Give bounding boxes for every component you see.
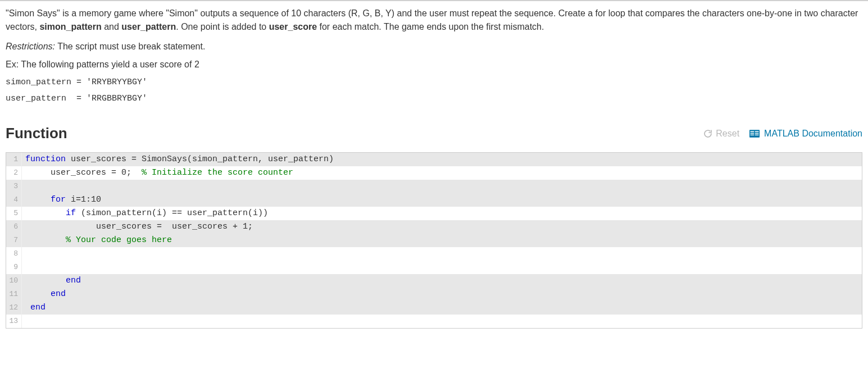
restrictions-label: Restrictions: <box>6 42 55 51</box>
problem-description: "Simon Says" is a memory game where "Sim… <box>6 7 862 34</box>
code-content[interactable] <box>22 261 862 274</box>
problem-text-part: . One point is added to <box>176 22 269 31</box>
restrictions-text: The script must use break statement. <box>55 42 205 51</box>
book-icon <box>749 130 760 138</box>
problem-bold-user-pattern: user_pattern <box>121 22 176 31</box>
code-line[interactable]: 6 user_scores = user_scores + 1; <box>6 220 862 234</box>
code-line[interactable]: 1function user_scores = SimonSays(simon_… <box>6 153 862 166</box>
code-content[interactable] <box>22 180 862 193</box>
code-content[interactable]: user_scores = user_scores + 1; <box>22 220 862 234</box>
code-line[interactable]: 10 end <box>6 274 862 288</box>
section-actions: Reset MATLAB Documentation <box>703 129 862 139</box>
line-number: 5 <box>6 207 22 220</box>
example-user-pattern: user_pattern = 'RRGBBRYBGY' <box>6 94 862 103</box>
line-number: 12 <box>6 301 22 315</box>
code-line[interactable]: 11 end <box>6 288 862 301</box>
reset-button[interactable]: Reset <box>703 129 739 139</box>
svg-rect-1 <box>751 131 755 132</box>
example-simon-pattern: simon_pattern = 'RRYBRYYBGY' <box>6 78 862 87</box>
problem-container: "Simon Says" is a memory game where "Sim… <box>0 0 868 332</box>
code-line[interactable]: 2 user_scores = 0; % Initialize the scor… <box>6 166 862 180</box>
svg-rect-5 <box>751 134 755 135</box>
code-content[interactable] <box>22 247 862 261</box>
line-number: 7 <box>6 234 22 247</box>
problem-text-part: and <box>102 22 122 31</box>
reset-label: Reset <box>716 129 739 139</box>
line-number: 6 <box>6 220 22 234</box>
code-content[interactable]: user_scores = 0; % Initialize the score … <box>22 166 862 180</box>
code-content[interactable]: end <box>22 274 862 288</box>
line-number: 11 <box>6 288 22 301</box>
problem-bold-simon-pattern: simon_pattern <box>39 22 101 31</box>
line-number: 10 <box>6 274 22 288</box>
line-number: 4 <box>6 193 22 207</box>
section-title: Function <box>6 125 67 142</box>
code-line[interactable]: 12 end <box>6 301 862 315</box>
code-content[interactable]: if (simon_pattern(i) == user_pattern(i)) <box>22 207 862 220</box>
code-line[interactable]: 3 <box>6 180 862 193</box>
restrictions-line: Restrictions: The script must use break … <box>6 42 862 52</box>
reset-icon <box>703 129 712 138</box>
line-number: 2 <box>6 166 22 180</box>
line-number: 13 <box>6 315 22 328</box>
code-content[interactable]: % Your code goes here <box>22 234 862 247</box>
svg-rect-4 <box>755 133 759 134</box>
line-number: 9 <box>6 261 22 274</box>
code-line[interactable]: 13 <box>6 315 862 328</box>
line-number: 8 <box>6 247 22 261</box>
example-intro: Ex: The following patterns yield a user … <box>6 60 862 70</box>
svg-rect-3 <box>751 133 755 134</box>
line-number: 1 <box>6 153 22 166</box>
code-editor[interactable]: 1function user_scores = SimonSays(simon_… <box>6 152 862 329</box>
code-content[interactable]: function user_scores = SimonSays(simon_p… <box>22 153 862 166</box>
code-line[interactable]: 5 if (simon_pattern(i) == user_pattern(i… <box>6 207 862 220</box>
code-line[interactable]: 9 <box>6 261 862 274</box>
code-content[interactable]: for i=1:10 <box>22 193 862 207</box>
code-line[interactable]: 4 for i=1:10 <box>6 193 862 207</box>
svg-rect-2 <box>755 131 759 132</box>
code-content[interactable] <box>22 315 862 328</box>
svg-rect-6 <box>755 134 759 135</box>
line-number: 3 <box>6 180 22 193</box>
code-line[interactable]: 8 <box>6 247 862 261</box>
section-header: Function Reset MATLAB D <box>6 125 862 142</box>
code-line[interactable]: 7 % Your code goes here <box>6 234 862 247</box>
doc-link-label: MATLAB Documentation <box>764 129 862 139</box>
code-content[interactable]: end <box>22 301 862 315</box>
matlab-doc-link[interactable]: MATLAB Documentation <box>749 129 862 139</box>
code-content[interactable]: end <box>22 288 862 301</box>
problem-bold-user-score: user_score <box>269 22 317 31</box>
problem-text-part: for each match. The game ends upon the f… <box>317 22 544 31</box>
